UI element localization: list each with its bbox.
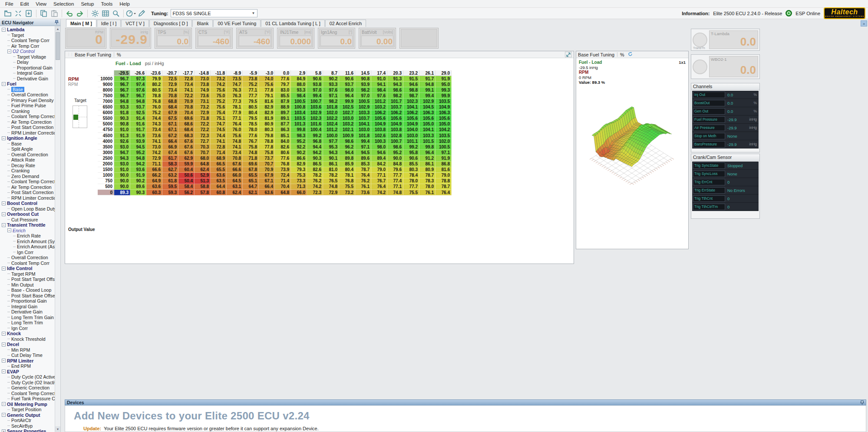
map-cell[interactable]: 97.0 bbox=[355, 93, 371, 99]
sidebar-item-post-start-base-offset[interactable]: Post Start Base Offset bbox=[0, 293, 55, 299]
map-cell[interactable]: 77.1 bbox=[243, 87, 259, 93]
map-cell[interactable]: 71.4 bbox=[211, 150, 227, 155]
collapse-icon[interactable]: − bbox=[2, 369, 6, 373]
map-cell[interactable]: 104.1 bbox=[403, 105, 419, 110]
sidebar-item-long-term-trim-gain[interactable]: Long Term Trim Gain bbox=[0, 315, 55, 320]
sidebar-item-ign-corr[interactable]: Ign Corr bbox=[0, 250, 55, 255]
map-cell[interactable]: 104.9 bbox=[371, 122, 387, 127]
map-cell[interactable]: 95.2 bbox=[130, 150, 146, 155]
map-cell[interactable]: 81.0 bbox=[323, 167, 339, 173]
map-cell[interactable]: 64.9 bbox=[146, 178, 162, 184]
map-cell[interactable]: 78.8 bbox=[436, 178, 452, 184]
map-cell[interactable]: 90.6 bbox=[339, 76, 355, 82]
map-cell[interactable]: 74.2 bbox=[146, 150, 162, 155]
map-cell[interactable]: 103.0 bbox=[403, 133, 419, 139]
col-header[interactable]: 17.4 bbox=[371, 70, 387, 76]
map-cell[interactable]: 91.5 bbox=[403, 76, 419, 82]
map-cell[interactable]: 106.3 bbox=[419, 110, 436, 116]
map-cell[interactable]: 79.5 bbox=[243, 99, 259, 104]
paste-icon[interactable] bbox=[49, 9, 59, 18]
tab-diagnostics-d-[interactable]: Diagnostics [ D ] bbox=[149, 20, 192, 27]
sidebar-item-proportional-gain[interactable]: Proportional Gain bbox=[0, 298, 55, 304]
map-cell[interactable]: 104.2 bbox=[436, 127, 452, 133]
sidebar-item-knock-threshold[interactable]: Knock Threshold bbox=[0, 336, 55, 342]
table-icon[interactable] bbox=[100, 9, 111, 18]
map-cell[interactable]: 91.0 bbox=[371, 76, 387, 82]
map-cell[interactable]: 99.9 bbox=[436, 93, 452, 99]
sidebar-item-base[interactable]: Base bbox=[0, 141, 55, 147]
map-cell[interactable]: 84.2 bbox=[371, 162, 387, 167]
map-cell[interactable]: 93.9 bbox=[130, 139, 146, 144]
sidebar-item-fuel-prime-pulse[interactable]: Fuel Prime Pulse bbox=[0, 103, 55, 109]
map-cell[interactable]: 94.8 bbox=[130, 99, 146, 104]
tab-blank[interactable]: Blank bbox=[192, 20, 213, 27]
gauge-inhg[interactable]: inHg-29.9 bbox=[110, 28, 151, 49]
map-cell[interactable]: 75.8 bbox=[243, 144, 259, 150]
map-cell[interactable]: 91.7 bbox=[419, 76, 436, 82]
sidebar-item-rpm-limiter[interactable]: −RPM Limiter bbox=[0, 358, 55, 364]
map-cell[interactable]: 70.9 bbox=[259, 167, 275, 173]
sidebar-item-enrich-rate[interactable]: Enrich Rate bbox=[0, 233, 55, 239]
col-header[interactable]: -8.9 bbox=[227, 70, 243, 76]
map-cell[interactable]: 104.0 bbox=[403, 127, 419, 133]
sidebar-item-portairctr[interactable]: PortAirCtr bbox=[0, 418, 55, 423]
row-header[interactable]: 1500 bbox=[98, 167, 114, 173]
map-cell[interactable]: 97.3 bbox=[130, 76, 146, 82]
map-cell[interactable]: 74.1 bbox=[227, 144, 243, 150]
map-cell[interactable]: 74.1 bbox=[178, 87, 195, 93]
map-cell[interactable]: 79.5 bbox=[243, 116, 259, 122]
channel-row[interactable]: BoostOut0.0% bbox=[692, 99, 759, 107]
col-header[interactable]: -14.8 bbox=[195, 70, 211, 76]
map-cell[interactable]: 94.6 bbox=[371, 150, 387, 155]
sidebar-item-fuel[interactable]: −Fuel bbox=[0, 81, 55, 87]
map-cell[interactable]: 58.8 bbox=[195, 184, 211, 190]
scroll-up-icon[interactable]: ▲ bbox=[55, 26, 60, 32]
map-cell[interactable]: 74.1 bbox=[211, 139, 227, 144]
map-cell[interactable]: 102.2 bbox=[323, 116, 339, 122]
map-cell[interactable]: 80.3 bbox=[259, 127, 275, 133]
redo-icon[interactable] bbox=[75, 9, 85, 18]
map-cell[interactable]: 93.7 bbox=[339, 82, 355, 87]
map-cell[interactable]: 78.0 bbox=[403, 178, 419, 184]
map-cell[interactable]: 74.9 bbox=[195, 87, 211, 93]
sidebar-item-proportional-gain[interactable]: Proportional Gain bbox=[0, 65, 55, 71]
sidebar-item-cut-pressure[interactable]: Cut Pressure bbox=[0, 217, 55, 223]
map-cell[interactable]: 73.6 bbox=[146, 133, 162, 139]
copy-icon[interactable] bbox=[39, 9, 49, 18]
map-cell[interactable]: 96.7 bbox=[114, 82, 130, 87]
row-header[interactable]: 10000 bbox=[98, 76, 114, 82]
target-position-widget[interactable] bbox=[73, 106, 87, 128]
map-cell[interactable]: 74.5 bbox=[211, 127, 227, 133]
map-cell[interactable]: 66.6 bbox=[146, 167, 162, 173]
map-cell[interactable]: 50.6 bbox=[178, 173, 195, 178]
map-cell[interactable]: 85.3 bbox=[355, 162, 371, 167]
map-cell[interactable]: 59.3 bbox=[162, 190, 178, 195]
map-cell[interactable]: 79.6 bbox=[387, 167, 403, 173]
map-cell[interactable]: 101.8 bbox=[323, 105, 339, 110]
gauge-empty[interactable] bbox=[399, 28, 439, 49]
map-cell[interactable]: 89.8 bbox=[339, 155, 355, 161]
map-cell[interactable]: 93.6 bbox=[130, 167, 146, 173]
map-cell[interactable]: 80.5 bbox=[146, 87, 162, 93]
map-cell[interactable]: 99.3 bbox=[436, 87, 452, 93]
map-cell[interactable]: 91.4 bbox=[130, 116, 146, 122]
map-cell[interactable]: 76.0 bbox=[146, 105, 162, 110]
map-cell[interactable]: 97.4 bbox=[130, 82, 146, 87]
map-cell[interactable]: 98.0 bbox=[339, 87, 355, 93]
map-cell[interactable]: 94.5 bbox=[130, 144, 146, 150]
map-cell[interactable]: 67.6 bbox=[227, 162, 243, 167]
map-cell[interactable]: 70.8 bbox=[178, 105, 195, 110]
map-cell[interactable]: 98.0 bbox=[371, 144, 387, 150]
map-cell[interactable]: 89.6 bbox=[130, 184, 146, 190]
map-cell[interactable]: 96.7 bbox=[114, 76, 130, 82]
map-cell[interactable]: 80.3 bbox=[403, 167, 419, 173]
map-cell[interactable]: 83.0 bbox=[275, 87, 291, 93]
map-cell[interactable]: 76.2 bbox=[355, 178, 371, 184]
map-cell[interactable]: 105.0 bbox=[419, 122, 436, 127]
display-widget-wbo2-1[interactable]: WBO2-10.0 bbox=[691, 54, 760, 79]
map-cell[interactable]: 95.0 bbox=[436, 82, 452, 87]
map-cell[interactable]: 106.2 bbox=[387, 110, 403, 116]
map-cell[interactable]: 77.8 bbox=[259, 144, 275, 150]
map-cell[interactable]: 75.3 bbox=[291, 173, 307, 178]
map-cell[interactable]: 103.5 bbox=[436, 133, 452, 139]
